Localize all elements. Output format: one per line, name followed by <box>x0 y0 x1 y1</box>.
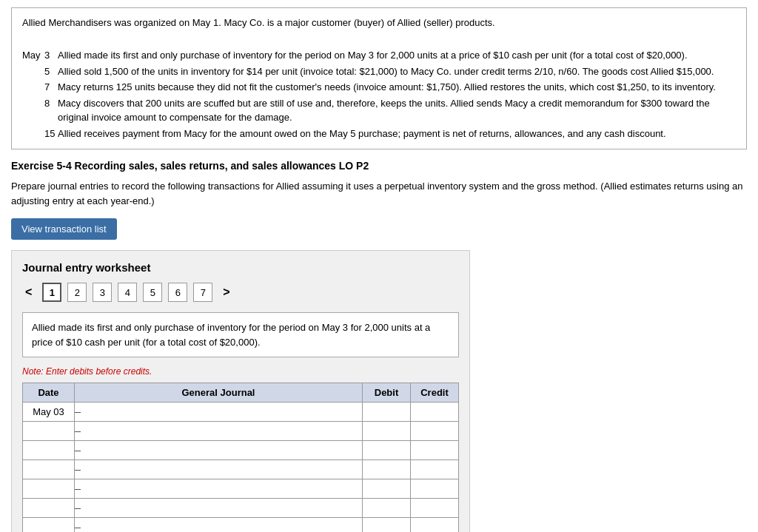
intro-day-3 <box>22 95 44 126</box>
page-numbers: 1234567 <box>42 283 212 302</box>
journal-table: Date General Journal Debit Credit May 03 <box>22 383 459 532</box>
worksheet-title: Journal entry worksheet <box>22 261 459 274</box>
credit-cell-1[interactable] <box>411 422 459 441</box>
journal-input-2[interactable] <box>75 441 362 459</box>
intro-num-1: 5 <box>44 64 58 80</box>
debit-cell-0[interactable] <box>363 403 411 422</box>
credit-input-6[interactable] <box>411 518 458 532</box>
debit-cell-1[interactable] <box>363 422 411 441</box>
prev-page-button[interactable]: < <box>22 286 35 299</box>
col-header-debit: Debit <box>363 383 411 403</box>
credit-cell-2[interactable] <box>411 441 459 460</box>
intro-day-1 <box>22 64 44 80</box>
journal-entry-worksheet: Journal entry worksheet < 1234567 > Alli… <box>11 250 470 532</box>
exercise-desc: Prepare journal entries to record the fo… <box>11 179 747 208</box>
col-header-journal: General Journal <box>75 383 363 403</box>
debit-input-0[interactable] <box>363 403 410 421</box>
debit-input-4[interactable] <box>363 479 410 498</box>
credit-cell-6[interactable] <box>411 518 459 533</box>
intro-text-4: Allied receives payment from Macy for th… <box>58 126 736 142</box>
journal-input-6[interactable] <box>75 518 362 532</box>
page-number-2[interactable]: 2 <box>67 283 87 302</box>
table-row <box>23 422 459 441</box>
journal-input-0[interactable] <box>75 403 362 421</box>
journal-input-4[interactable] <box>75 479 362 498</box>
credit-cell-0[interactable] <box>411 403 459 422</box>
debit-input-3[interactable] <box>363 460 410 479</box>
table-row <box>23 479 459 499</box>
journal-cell-0[interactable] <box>75 403 363 422</box>
intro-num-3: 8 <box>44 95 58 126</box>
col-header-date: Date <box>23 383 75 403</box>
view-transaction-list-button[interactable]: View transaction list <box>11 218 117 240</box>
credit-input-2[interactable] <box>411 441 458 459</box>
debit-cell-2[interactable] <box>363 441 411 460</box>
journal-input-5[interactable] <box>75 499 362 517</box>
debit-input-1[interactable] <box>363 422 410 440</box>
credit-cell-4[interactable] <box>411 479 459 499</box>
credit-input-1[interactable] <box>411 422 458 440</box>
intro-day-0: May <box>22 47 44 64</box>
date-cell-4 <box>23 479 75 499</box>
date-cell-3 <box>23 460 75 479</box>
credit-cell-5[interactable] <box>411 499 459 518</box>
date-cell-2 <box>23 441 75 460</box>
next-page-button[interactable]: > <box>220 286 232 299</box>
table-row <box>23 460 459 479</box>
table-row <box>23 518 459 533</box>
page-number-3[interactable]: 3 <box>93 283 112 302</box>
page-number-4[interactable]: 4 <box>118 283 137 302</box>
debit-input-6[interactable] <box>363 518 410 532</box>
page-number-5[interactable]: 5 <box>143 283 162 302</box>
date-cell-1 <box>23 422 75 441</box>
intro-box: Allied Merchandisers was organized on Ma… <box>11 7 747 149</box>
journal-cell-2[interactable] <box>75 441 363 460</box>
credit-input-5[interactable] <box>411 499 458 517</box>
intro-num-0: 3 <box>44 47 58 64</box>
credit-input-4[interactable] <box>411 479 458 498</box>
date-cell-5 <box>23 499 75 518</box>
journal-cell-1[interactable] <box>75 422 363 441</box>
intro-header: Allied Merchandisers was organized on Ma… <box>22 16 736 30</box>
credit-input-3[interactable] <box>411 460 458 479</box>
debit-input-5[interactable] <box>363 499 410 517</box>
debit-cell-5[interactable] <box>363 499 411 518</box>
debit-cell-3[interactable] <box>363 460 411 479</box>
page-number-7[interactable]: 7 <box>193 283 212 302</box>
page-number-1[interactable]: 1 <box>42 283 61 302</box>
intro-day-2 <box>22 79 44 95</box>
journal-cell-6[interactable] <box>75 518 363 533</box>
table-row <box>23 441 459 460</box>
pagination: < 1234567 > <box>22 283 459 302</box>
journal-cell-4[interactable] <box>75 479 363 499</box>
journal-cell-3[interactable] <box>75 460 363 479</box>
debit-cell-6[interactable] <box>363 518 411 533</box>
table-row <box>23 499 459 518</box>
exercise-title: Exercise 5-4 Recording sales, sales retu… <box>11 160 747 172</box>
credit-cell-3[interactable] <box>411 460 459 479</box>
journal-cell-5[interactable] <box>75 499 363 518</box>
intro-text-3: Macy discovers that 200 units are scuffe… <box>58 95 736 126</box>
intro-num-2: 7 <box>44 79 58 95</box>
journal-input-3[interactable] <box>75 460 362 479</box>
note-text: Note: Enter debits before credits. <box>22 366 459 377</box>
intro-day-4 <box>22 126 44 142</box>
debit-cell-4[interactable] <box>363 479 411 499</box>
transaction-description: Allied made its first and only purchase … <box>22 312 459 357</box>
intro-text-2: Macy returns 125 units because they did … <box>58 79 736 95</box>
col-header-credit: Credit <box>411 383 459 403</box>
intro-num-4: 15 <box>44 126 58 142</box>
date-cell-6 <box>23 518 75 533</box>
journal-input-1[interactable] <box>75 422 362 440</box>
credit-input-0[interactable] <box>411 403 458 421</box>
intro-text-0: Allied made its first and only purchase … <box>58 47 736 64</box>
date-cell-0: May 03 <box>23 403 75 422</box>
page-number-6[interactable]: 6 <box>168 283 187 302</box>
debit-input-2[interactable] <box>363 441 410 459</box>
intro-text-1: Allied sold 1,500 of the units in invent… <box>58 64 736 80</box>
table-row: May 03 <box>23 403 459 422</box>
